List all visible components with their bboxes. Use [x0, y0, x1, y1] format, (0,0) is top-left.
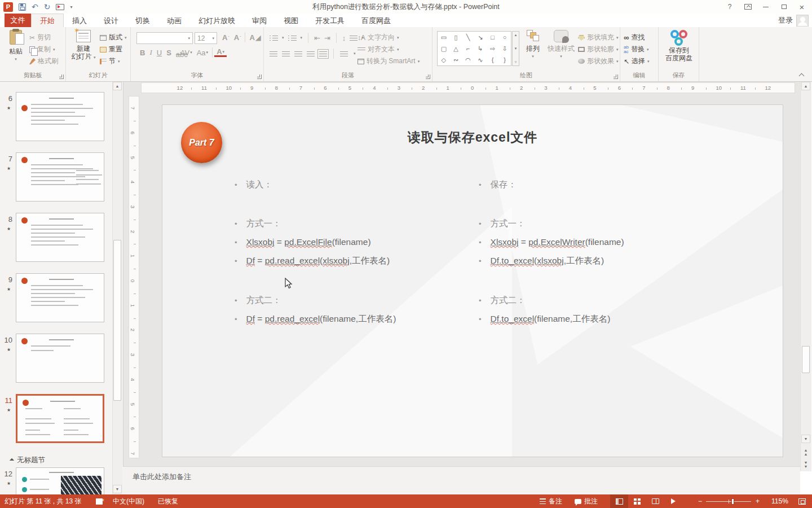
reset-button[interactable]: 重置 [100, 43, 127, 55]
animation-star-icon[interactable]: ★ [7, 226, 11, 231]
tab-视图[interactable]: 视图 [275, 14, 307, 28]
underline-button[interactable]: U [155, 49, 164, 57]
minimize-button[interactable] [758, 1, 774, 12]
sign-in-link[interactable]: 登录 [778, 14, 793, 27]
slide-thumbnail-9[interactable] [16, 273, 104, 322]
tab-切换[interactable]: 切换 [127, 14, 158, 28]
align-right-icon[interactable] [294, 51, 302, 57]
restore-button[interactable] [776, 1, 792, 12]
font-color-button[interactable]: A▾ [214, 49, 227, 57]
shape-glyph-1[interactable]: ▯ [454, 34, 457, 41]
shape-effects-button[interactable]: 形状效果▾ [578, 55, 619, 67]
spell-check-icon[interactable] [96, 494, 103, 508]
new-slide-button[interactable]: 新建 幻灯片 ▾ [70, 30, 96, 62]
zoom-slider[interactable] [706, 494, 751, 508]
animation-star-icon[interactable]: ★ [7, 347, 11, 352]
clipboard-dialog-launcher[interactable] [59, 75, 64, 79]
tab-file[interactable]: 文件 [5, 14, 31, 27]
shape-glyph-14[interactable]: ◠ [465, 56, 471, 64]
slide-text-right[interactable]: •保存：•方式一：•Xlsxobj = pd.ExcelWriter(filen… [479, 175, 676, 328]
tab-开发工具[interactable]: 开发工具 [307, 14, 353, 28]
animation-star-icon[interactable]: ★ [7, 481, 11, 486]
vertical-ruler[interactable]: 765432101234567 [129, 96, 139, 458]
scroll-down-icon[interactable]: ▼ [801, 435, 810, 443]
slide-thumbnail-6[interactable] [16, 92, 104, 141]
tab-动画[interactable]: 动画 [158, 14, 190, 28]
fit-to-window-button[interactable] [798, 494, 806, 508]
animation-star-icon[interactable]: ★ [7, 106, 11, 111]
shape-glyph-0[interactable]: ▭ [441, 34, 447, 41]
notes-toggle-button[interactable]: 备注 [540, 494, 562, 508]
collapse-ribbon-button[interactable] [798, 72, 805, 78]
section-header[interactable]: 无标题节 [10, 456, 45, 465]
slideshow-view-button[interactable] [664, 494, 682, 508]
animation-star-icon[interactable]: ★ [7, 408, 11, 413]
cut-button[interactable]: ✂剪切 [29, 32, 58, 43]
horizontal-ruler[interactable]: 1211109876543210123456789101112 [141, 82, 795, 93]
text-direction-button[interactable]: ↕A文字方向▾ [358, 32, 420, 43]
zoom-in-button[interactable]: + [756, 494, 760, 508]
shape-glyph-15[interactable]: ∿ [478, 56, 483, 64]
zoom-out-button[interactable]: − [698, 494, 702, 508]
slide-title[interactable]: 读取与保存excel文件 [162, 129, 783, 146]
account-avatar[interactable] [796, 15, 809, 27]
shape-glyph-16[interactable]: { [492, 56, 494, 63]
shapes-scroll-up-icon[interactable]: ▴ [515, 33, 517, 37]
slide-thumbnail-7[interactable] [16, 152, 104, 202]
previous-slide-button[interactable]: ▲▲ [801, 448, 810, 456]
comments-toggle-button[interactable]: 批注 [575, 494, 598, 508]
slide-thumbnail-12[interactable] [16, 467, 104, 494]
section-collapse-icon[interactable] [10, 458, 14, 462]
slide-text-left[interactable]: •读入：•方式一：•Xlsxobj = pd.ExcelFile(filenam… [235, 175, 432, 328]
justify-icon[interactable] [307, 51, 315, 57]
section-button[interactable]: 节▾ [100, 55, 127, 67]
bold-button[interactable]: B [138, 49, 147, 57]
scroll-up-icon[interactable]: ▲ [801, 82, 810, 90]
help-button[interactable]: ? [722, 1, 738, 12]
align-text-button[interactable]: 对齐文本▾ [358, 43, 420, 55]
increase-indent-icon[interactable]: ⇥ [324, 34, 330, 42]
zoom-percentage[interactable]: 115% [771, 494, 788, 508]
shape-outline-button[interactable]: 形状轮廓▾ [578, 43, 619, 55]
close-button[interactable]: × [794, 1, 810, 12]
drawing-dialog-launcher[interactable] [614, 75, 618, 79]
zoom-slider-thumb[interactable] [731, 498, 734, 505]
tab-设计[interactable]: 设计 [95, 14, 127, 28]
shape-glyph-7[interactable]: △ [453, 45, 458, 52]
save-to-baidu-button[interactable]: 保存到 百度网盘 [663, 30, 695, 62]
shape-glyph-12[interactable]: ◇ [442, 56, 446, 64]
layout-button[interactable]: 版式▾ [100, 32, 127, 43]
shape-glyph-4[interactable]: □ [491, 34, 495, 41]
slide-thumbnail-8[interactable] [16, 213, 104, 262]
shape-glyph-6[interactable]: ▢ [441, 45, 447, 52]
italic-button[interactable]: I [147, 48, 154, 57]
slide-scrollbar[interactable]: ▲ ▼ ▲▲ ▼▼ [800, 82, 811, 471]
change-case-button[interactable]: Aa▾ [195, 49, 210, 57]
slide-canvas[interactable]: Part 7 读取与保存excel文件 •读入：•方式一：•Xlsxobj = … [162, 104, 783, 457]
thumbnail-scrollbar[interactable]: ▲ ▼ [112, 82, 122, 494]
clear-formatting-button[interactable]: A◢ [247, 33, 263, 42]
grow-font-button[interactable]: Aˆ [220, 33, 232, 42]
tab-插入[interactable]: 插入 [64, 14, 95, 28]
tab-幻灯片放映[interactable]: 幻灯片放映 [190, 14, 244, 28]
shape-glyph-3[interactable]: ↘ [478, 34, 483, 41]
decrease-indent-icon[interactable]: ⇤ [314, 34, 320, 42]
line-spacing-icon[interactable]: ↕ [342, 34, 346, 42]
paragraph-dialog-launcher[interactable] [426, 75, 430, 79]
bullets-icon[interactable] [270, 35, 278, 41]
convert-smartart-button[interactable]: 转换为 SmartArt▾ [358, 55, 420, 67]
shape-glyph-11[interactable]: ⇩ [502, 45, 508, 52]
slide-scrollbar-thumb[interactable] [802, 346, 810, 373]
notes-pane[interactable]: 单击此处添加备注 [123, 466, 800, 494]
align-center-icon[interactable] [282, 51, 290, 57]
tab-开始[interactable]: 开始 [31, 14, 64, 28]
thumb-scroll-down-icon[interactable]: ▼ [113, 485, 122, 493]
font-dialog-launcher[interactable] [257, 75, 262, 79]
quick-styles-button[interactable]: 快速样式 ▾ [545, 30, 577, 60]
find-button[interactable]: ∞查找 [624, 32, 650, 43]
thumb-scroll-up-icon[interactable]: ▲ [113, 82, 122, 90]
select-button[interactable]: ↖选择▾ [624, 55, 650, 67]
slide-thumbnail-11[interactable] [16, 394, 104, 443]
font-name-combo[interactable]: ▾ [136, 32, 193, 44]
ribbon-display-options-button[interactable] [740, 1, 756, 12]
